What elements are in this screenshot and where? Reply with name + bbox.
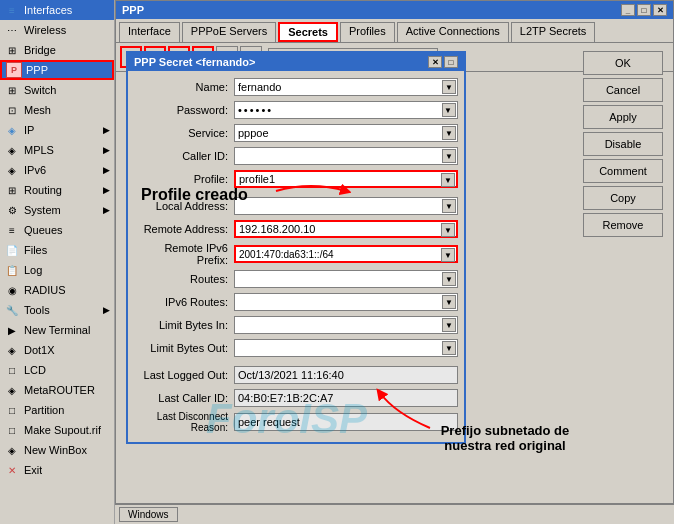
copy-button[interactable]: Copy <box>583 186 663 210</box>
service-arrow[interactable]: ▼ <box>442 126 456 140</box>
limitbytesin-input[interactable]: ▼ <box>234 316 458 334</box>
apply-button[interactable]: Apply <box>583 105 663 129</box>
ipv6routes-row: IPv6 Routes: ▼ <box>134 292 458 312</box>
tab-pppoe-servers[interactable]: PPPoE Servers <box>182 22 276 42</box>
remoteipv6-arrow[interactable]: ▼ <box>441 248 455 262</box>
sidebar: ≡ Interfaces ⋯ Wireless ⊞ Bridge P PPP ⊞… <box>0 0 115 524</box>
lcd-icon: □ <box>4 362 20 378</box>
sidebar-item-mpls[interactable]: ◈ MPLS ▶ <box>0 140 114 160</box>
sidebar-item-dot1x[interactable]: ◈ Dot1X <box>0 340 114 360</box>
sidebar-item-newterminal[interactable]: ▶ New Terminal <box>0 320 114 340</box>
limitbytesin-arrow[interactable]: ▼ <box>442 318 456 332</box>
comment-button[interactable]: Comment <box>583 159 663 183</box>
secret-remove-button[interactable]: Remove <box>583 213 663 237</box>
ipv6routes-input[interactable]: ▼ <box>234 293 458 311</box>
secret-close-button[interactable]: ✕ <box>428 56 442 68</box>
secret-content: Name: fernando ▼ Password: •••••• ▼ <box>128 71 464 442</box>
lastlogout-row: Last Logged Out: Oct/13/2021 11:16:40 <box>134 365 458 385</box>
profile-input[interactable]: profile1 ▼ <box>234 170 458 188</box>
remoteaddr-arrow[interactable]: ▼ <box>441 223 455 237</box>
remoteipv6-input[interactable]: 2001:470:da63:1::/64 ▼ <box>234 245 458 263</box>
sidebar-item-radius[interactable]: ◉ RADIUS <box>0 280 114 300</box>
maximize-button[interactable]: □ <box>637 4 651 16</box>
callerid-arrow[interactable]: ▼ <box>442 149 456 163</box>
tab-secrets[interactable]: Secrets <box>278 22 338 42</box>
sidebar-item-label: Partition <box>24 404 64 416</box>
ok-button[interactable]: OK <box>583 51 663 75</box>
remoteaddr-input[interactable]: 192.168.200.10 ▼ <box>234 220 458 238</box>
files-icon: 📄 <box>4 242 20 258</box>
sidebar-item-make[interactable]: □ Make Supout.rif <box>0 420 114 440</box>
windows-button[interactable]: Windows <box>119 507 178 522</box>
sidebar-item-routing[interactable]: ⊞ Routing ▶ <box>0 180 114 200</box>
tab-active-connections[interactable]: Active Connections <box>397 22 509 42</box>
lastcallerid-value: 04:B0:E7:1B:2C:A7 <box>234 389 458 407</box>
profile-label: Profile: <box>134 173 234 185</box>
service-label: Service: <box>134 127 234 139</box>
tab-interface[interactable]: Interface <box>119 22 180 42</box>
password-arrow[interactable]: ▼ <box>442 103 456 117</box>
service-input[interactable]: pppoe ▼ <box>234 124 458 142</box>
limitbytesout-input[interactable]: ▼ <box>234 339 458 357</box>
limitbytesin-label: Limit Bytes In: <box>134 319 234 331</box>
sidebar-item-partition[interactable]: □ Partition <box>0 400 114 420</box>
sidebar-item-files[interactable]: 📄 Files <box>0 240 114 260</box>
sidebar-item-label: MPLS <box>24 144 54 156</box>
minimize-button[interactable]: _ <box>621 4 635 16</box>
mesh-icon: ⊡ <box>4 102 20 118</box>
sidebar-item-metarouter[interactable]: ◈ MetaROUTER <box>0 380 114 400</box>
switch-icon: ⊞ <box>4 82 20 98</box>
sidebar-item-tools[interactable]: 🔧 Tools ▶ <box>0 300 114 320</box>
sidebar-item-ip[interactable]: ◈ IP ▶ <box>0 120 114 140</box>
localaddr-arrow[interactable]: ▼ <box>442 199 456 213</box>
name-arrow[interactable]: ▼ <box>442 80 456 94</box>
secret-restore-button[interactable]: □ <box>444 56 458 68</box>
routing-icon: ⊞ <box>4 182 20 198</box>
sidebar-item-label: Files <box>24 244 47 256</box>
name-input[interactable]: fernando ▼ <box>234 78 458 96</box>
sidebar-item-label: Queues <box>24 224 63 236</box>
tools-arrow: ▶ <box>103 305 110 315</box>
sidebar-item-switch[interactable]: ⊞ Switch <box>0 80 114 100</box>
callerid-input[interactable]: ▼ <box>234 147 458 165</box>
routes-input[interactable]: ▼ <box>234 270 458 288</box>
sidebar-item-interfaces[interactable]: ≡ Interfaces <box>0 0 114 20</box>
sidebar-item-label: IPv6 <box>24 164 46 176</box>
sidebar-item-label: Wireless <box>24 24 66 36</box>
routes-arrow[interactable]: ▼ <box>442 272 456 286</box>
main-area: PPP _ □ ✕ Interface PPPoE Servers Secret… <box>115 0 674 524</box>
partition-icon: □ <box>4 402 20 418</box>
lastdisconnect-row: Last Disconnect Reason: peer request <box>134 411 458 433</box>
password-input[interactable]: •••••• ▼ <box>234 101 458 119</box>
disable-button[interactable]: Disable <box>583 132 663 156</box>
sidebar-item-label: System <box>24 204 61 216</box>
sidebar-item-lcd[interactable]: □ LCD <box>0 360 114 380</box>
cancel-button[interactable]: Cancel <box>583 78 663 102</box>
localaddr-input[interactable]: ▼ <box>234 197 458 215</box>
taskbar: Windows <box>115 504 674 524</box>
sidebar-item-ppp[interactable]: P PPP <box>0 60 114 80</box>
sidebar-item-winbox[interactable]: ◈ New WinBox <box>0 440 114 460</box>
routes-row: Routes: ▼ <box>134 269 458 289</box>
sidebar-item-exit[interactable]: ✕ Exit <box>0 460 114 480</box>
sidebar-item-log[interactable]: 📋 Log <box>0 260 114 280</box>
sidebar-item-label: Log <box>24 264 42 276</box>
localaddr-label: Local Address: <box>134 200 234 212</box>
sidebar-item-queues[interactable]: ≡ Queues <box>0 220 114 240</box>
secret-title: PPP Secret <fernando> <box>134 56 255 68</box>
sidebar-item-bridge[interactable]: ⊞ Bridge <box>0 40 114 60</box>
sidebar-item-wireless[interactable]: ⋯ Wireless <box>0 20 114 40</box>
tab-l2tp-secrets[interactable]: L2TP Secrets <box>511 22 595 42</box>
sidebar-item-system[interactable]: ⚙ System ▶ <box>0 200 114 220</box>
profile-arrow[interactable]: ▼ <box>441 173 455 187</box>
ipv6routes-arrow[interactable]: ▼ <box>442 295 456 309</box>
lastdisconnect-label: Last Disconnect Reason: <box>134 411 234 433</box>
limitbytesout-arrow[interactable]: ▼ <box>442 341 456 355</box>
sidebar-item-ipv6[interactable]: ◈ IPv6 ▶ <box>0 160 114 180</box>
tab-profiles[interactable]: Profiles <box>340 22 395 42</box>
routing-arrow: ▶ <box>103 185 110 195</box>
close-button[interactable]: ✕ <box>653 4 667 16</box>
callerid-label: Caller ID: <box>134 150 234 162</box>
sidebar-item-mesh[interactable]: ⊡ Mesh <box>0 100 114 120</box>
ip-icon: ◈ <box>4 122 20 138</box>
